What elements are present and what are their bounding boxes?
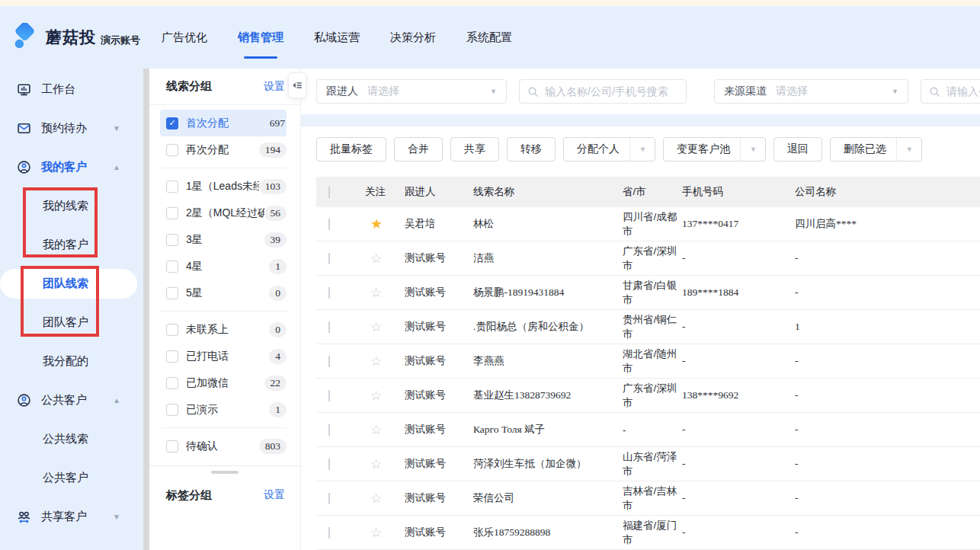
- keyword-search-input[interactable]: [545, 85, 678, 98]
- row-checkbox[interactable]: [328, 287, 330, 299]
- star-outline-icon[interactable]: ☆: [370, 321, 382, 334]
- group-count-badge: 4: [269, 349, 287, 364]
- toolbar-button-share[interactable]: 共享: [450, 137, 499, 161]
- cell-region: 吉林省/吉林市: [618, 482, 677, 514]
- toolbar-button-batch-tag[interactable]: 批量标签: [316, 137, 386, 161]
- row-checkbox[interactable]: [328, 219, 330, 230]
- group-item-14[interactable]: 待确认803: [160, 433, 287, 459]
- row-checkbox[interactable]: [328, 459, 330, 470]
- sidebar-splitter[interactable]: [143, 69, 149, 550]
- sidebar-item-public-leads[interactable]: 公共线索: [0, 420, 143, 459]
- row-checkbox[interactable]: [328, 390, 330, 401]
- sidebar-item-my-customers[interactable]: 我的客户▲: [0, 148, 143, 187]
- group-checkbox[interactable]: [166, 261, 178, 273]
- lead-groups-settings-link[interactable]: 设置: [264, 80, 285, 94]
- follower-select[interactable]: 跟进人 请选择 ▼: [316, 79, 507, 104]
- sidebar-item-my-customers-sub[interactable]: 我的客户: [0, 225, 143, 264]
- group-checkbox[interactable]: [166, 234, 178, 246]
- toolbar-button-return[interactable]: 退回: [773, 137, 822, 161]
- company-search-input[interactable]: [946, 85, 980, 98]
- row-checkbox[interactable]: [328, 493, 330, 504]
- row-checkbox-cell: [316, 527, 360, 539]
- chevron-down-icon[interactable]: ▼: [740, 138, 757, 161]
- star-outline-icon[interactable]: ☆: [370, 526, 382, 539]
- group-item-11[interactable]: 已加微信22: [160, 369, 287, 396]
- sidebar-item-shared-customers[interactable]: 共享客户▼: [0, 497, 143, 536]
- toolbar-button-assign-person[interactable]: 分配个人▼: [563, 137, 655, 161]
- group-checkbox[interactable]: ✓: [166, 117, 178, 130]
- star-outline-icon[interactable]: ☆: [370, 389, 382, 402]
- source-channel-select[interactable]: 来源渠道 请选择 ▼: [714, 79, 908, 104]
- select-all-checkbox[interactable]: [328, 187, 330, 198]
- cell-company: -: [790, 424, 980, 436]
- group-checkbox[interactable]: [166, 440, 178, 452]
- cell-region: 湖北省/随州市: [618, 345, 677, 377]
- table-row: ☆测试账号张乐18759288898福建省/厦门市--: [316, 516, 980, 550]
- row-checkbox[interactable]: [328, 321, 330, 333]
- collapse-panel-button[interactable]: [288, 72, 306, 98]
- group-checkbox[interactable]: [166, 207, 178, 219]
- group-checkbox[interactable]: [166, 144, 178, 156]
- group-checkbox[interactable]: [166, 404, 178, 416]
- sidebar-item-public-customers[interactable]: 公共客户▲: [0, 381, 143, 420]
- tag-groups-header: 标签分组 设置: [149, 477, 300, 513]
- star-outline-icon[interactable]: ☆: [370, 458, 382, 471]
- group-item-1[interactable]: 再次分配194: [160, 136, 287, 163]
- star-outline-icon[interactable]: ☆: [370, 424, 382, 436]
- group-checkbox[interactable]: [166, 324, 178, 336]
- panel-resize-divider[interactable]: [149, 465, 300, 474]
- group-item-0[interactable]: ✓首次分配697: [160, 110, 287, 136]
- cell-company: -: [790, 458, 980, 470]
- sidebar-item-public-customers-sub[interactable]: 公共客户: [0, 459, 143, 497]
- toolbar-button-delete-selected[interactable]: 删除已选▼: [830, 137, 922, 161]
- group-item-3[interactable]: 1星（Leads未经...103: [160, 173, 287, 200]
- toolbar-button-transfer[interactable]: 转移: [507, 137, 556, 161]
- group-item-12[interactable]: 已演示1: [160, 396, 287, 423]
- tag-groups-settings-link[interactable]: 设置: [264, 488, 285, 502]
- toolbar-button-label: 变更客户池: [677, 142, 730, 156]
- bulk-action-toolbar: 批量标签合并共享转移分配个人▼变更客户池▼退回删除已选▼: [316, 137, 980, 161]
- star-outline-icon[interactable]: ☆: [370, 252, 382, 265]
- select-all-checkbox-cell: [316, 187, 360, 198]
- group-checkbox[interactable]: [166, 377, 178, 389]
- sidebar-item-my-leads[interactable]: 我的线索: [0, 187, 143, 225]
- star-filled-icon[interactable]: ★: [370, 217, 383, 231]
- chevron-down-icon[interactable]: ▼: [629, 138, 646, 161]
- row-checkbox[interactable]: [328, 356, 330, 367]
- sidebar-item-team-leads[interactable]: 团队线索: [0, 264, 143, 303]
- row-checkbox[interactable]: [328, 253, 330, 264]
- nav-tab-sales-management[interactable]: 销售管理: [223, 6, 299, 69]
- sidebar-item-my-assigned[interactable]: 我分配的: [0, 342, 143, 381]
- nav-tab-system-config[interactable]: 系统配置: [451, 6, 527, 69]
- cell-follower: 测试账号: [400, 286, 469, 299]
- group-item-4[interactable]: 2星（MQL经过确...56: [160, 200, 287, 226]
- nav-tab-decision-analysis[interactable]: 决策分析: [375, 6, 451, 69]
- group-checkbox[interactable]: [166, 181, 178, 193]
- group-checkbox[interactable]: [166, 350, 178, 363]
- star-outline-icon[interactable]: ☆: [370, 492, 382, 505]
- drag-handle[interactable]: [211, 471, 239, 474]
- lead-groups-header: 线索分组 设置: [149, 69, 300, 105]
- chevron-down-icon[interactable]: ▼: [896, 138, 913, 161]
- group-item-9[interactable]: 未联系上0: [160, 316, 287, 343]
- sidebar-item-label: 公共客户: [41, 393, 87, 408]
- nav-tab-ad-optimization[interactable]: 广告优化: [146, 6, 223, 69]
- star-outline-icon[interactable]: ☆: [370, 286, 382, 299]
- sidebar-item-appointments-todo[interactable]: 预约待办▼: [0, 109, 143, 148]
- search-icon: [527, 86, 545, 98]
- source-select-placeholder: 请选择: [776, 85, 808, 98]
- group-checkbox[interactable]: [166, 287, 178, 299]
- nav-tab-private-domain-ops[interactable]: 私域运营: [299, 6, 375, 69]
- toolbar-button-change-customer-pool[interactable]: 变更客户池▼: [663, 137, 766, 161]
- group-item-7[interactable]: 5星0: [160, 280, 287, 306]
- toolbar-button-merge[interactable]: 合并: [394, 137, 443, 161]
- sidebar-item-workbench[interactable]: 工作台: [0, 70, 143, 109]
- star-outline-icon[interactable]: ☆: [370, 355, 382, 368]
- brand: 蘑菇投 演示账号: [11, 23, 140, 52]
- sidebar-item-team-customers[interactable]: 团队客户: [0, 303, 143, 342]
- group-item-6[interactable]: 4星1: [160, 253, 287, 280]
- group-item-5[interactable]: 3星39: [160, 226, 287, 253]
- row-checkbox[interactable]: [328, 424, 330, 436]
- row-checkbox[interactable]: [328, 527, 330, 539]
- group-item-10[interactable]: 已打电话4: [160, 343, 287, 369]
